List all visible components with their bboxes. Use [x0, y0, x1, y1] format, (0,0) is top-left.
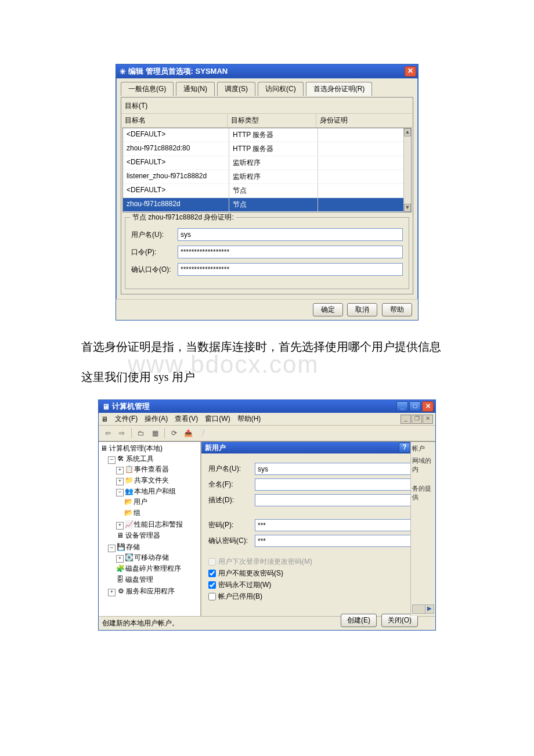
- chk-cannot-change-box[interactable]: [208, 570, 216, 577]
- minimize-icon[interactable]: _: [396, 401, 408, 412]
- mdi-close-icon[interactable]: ✕: [423, 415, 433, 424]
- tree-local-users[interactable]: 本地用户和组: [134, 487, 176, 495]
- mdi-restore-icon[interactable]: ❐: [412, 415, 422, 424]
- back-icon[interactable]: ⇦: [102, 427, 114, 439]
- scroll-down-icon[interactable]: ▼: [404, 204, 411, 212]
- chk-cannot-change[interactable]: 用户不能更改密码(S): [208, 568, 418, 578]
- paragraph-2: 这里我们使用 sys 用户: [58, 366, 476, 388]
- chk-must-change: 用户下次登录时须更改密码(M): [208, 557, 418, 567]
- tree-performance[interactable]: 性能日志和警报: [134, 520, 183, 528]
- tree-event-viewer[interactable]: 事件查看器: [134, 465, 169, 473]
- expand-icon[interactable]: +: [116, 555, 124, 563]
- close-icon[interactable]: ✕: [422, 401, 434, 412]
- create-button[interactable]: 创建(E): [341, 614, 377, 627]
- chk-disabled[interactable]: 帐户已停用(B): [208, 592, 418, 602]
- close-icon[interactable]: ✕: [405, 66, 416, 77]
- menubar: 🖥 文件(F) 操作(A) 查看(V) 窗口(W) 帮助(H) _ ❐ ✕: [99, 413, 435, 426]
- chk-never-expire-box[interactable]: [208, 581, 216, 589]
- up-icon[interactable]: 🗀: [135, 427, 147, 439]
- collapse-icon[interactable]: −: [116, 489, 124, 496]
- perf-icon: 📈: [125, 520, 133, 528]
- nu-password-input[interactable]: [255, 519, 418, 531]
- nav-tree[interactable]: 🖥计算机管理(本地) −🛠系统工具 +📋事件查看器 +📁共享文件夹 −👥本地用户…: [99, 442, 201, 616]
- help-button[interactable]: 帮助: [382, 303, 412, 316]
- menu-view[interactable]: 查看(V): [175, 414, 198, 424]
- confirm-password-input[interactable]: [178, 263, 403, 276]
- window-titlebar: 🖥 计算机管理 _ □ ✕: [99, 400, 435, 413]
- export-icon[interactable]: 📤: [182, 427, 194, 439]
- expand-icon[interactable]: +: [116, 522, 124, 530]
- table-row[interactable]: zhou-f971c8882d:80 HTTP 服务器: [123, 142, 411, 156]
- nu-description-input[interactable]: [255, 494, 418, 506]
- username-input[interactable]: [178, 228, 403, 241]
- password-label: 口令(P):: [131, 247, 178, 257]
- toolbar: ⇦ ⇨ 🗀 ▦ ⟳ 📤 ❔: [99, 426, 435, 441]
- chk-disabled-box[interactable]: [208, 593, 216, 600]
- nu-fullname-input[interactable]: [255, 478, 418, 491]
- tools-icon: 🛠: [117, 455, 125, 463]
- maximize-icon[interactable]: □: [409, 401, 421, 412]
- menu-window[interactable]: 窗口(W): [205, 414, 230, 424]
- table-row[interactable]: <DEFAULT> 监听程序: [123, 156, 411, 170]
- tree-services[interactable]: 服务和应用程序: [126, 587, 175, 595]
- table-row-selected[interactable]: zhou-f971c8882d 节点: [123, 198, 411, 212]
- ok-button[interactable]: 确定: [313, 303, 343, 316]
- scroll-right-icon[interactable]: ▶: [425, 605, 434, 613]
- col-credentials: 身份证明: [316, 114, 413, 127]
- tree-groups[interactable]: 组: [134, 509, 140, 517]
- table-row[interactable]: <DEFAULT> HTTP 服务器: [123, 128, 411, 142]
- tree-users[interactable]: 用户: [134, 498, 147, 506]
- cancel-button[interactable]: 取消: [347, 303, 377, 316]
- tree-system-tools[interactable]: 系统工具: [126, 455, 154, 463]
- tree-disk-mgmt[interactable]: 磁盘管理: [125, 575, 153, 584]
- col-target-type: 目标类型: [228, 114, 316, 127]
- tab-credentials[interactable]: 首选身份证明(R): [306, 82, 373, 96]
- menu-file[interactable]: 文件(F): [115, 414, 138, 424]
- nu-confirm-password-label: 确认密码(C):: [208, 536, 255, 546]
- help-icon[interactable]: ❔: [196, 427, 208, 439]
- side-text-2: 网域的内: [412, 456, 434, 474]
- scrollbar[interactable]: ▲ ▼: [403, 128, 411, 212]
- table-row[interactable]: <DEFAULT> 节点: [123, 184, 411, 198]
- horizontal-scrollbar[interactable]: ▶: [412, 604, 434, 614]
- expand-icon[interactable]: +: [116, 478, 124, 485]
- password-input[interactable]: [178, 246, 403, 258]
- tree-storage[interactable]: 存储: [126, 543, 140, 551]
- expand-icon[interactable]: +: [116, 467, 124, 474]
- target-table: <DEFAULT> HTTP 服务器 zhou-f971c8882d:80 HT…: [122, 128, 412, 213]
- folder-icon: 📂: [124, 509, 132, 517]
- forward-icon[interactable]: ⇨: [116, 427, 128, 439]
- tree-device-manager[interactable]: 设备管理器: [125, 531, 160, 539]
- tree-root[interactable]: 计算机管理(本地): [109, 444, 163, 452]
- users-group-icon: 👥: [125, 487, 133, 495]
- side-text-3: 务的提供: [412, 484, 434, 502]
- refresh-icon[interactable]: ⟳: [168, 427, 180, 439]
- tab-notify[interactable]: 通知(N): [176, 82, 215, 96]
- tree-defrag[interactable]: 磁盘碎片整理程序: [125, 564, 181, 573]
- tree-shared-folders[interactable]: 共享文件夹: [134, 476, 169, 484]
- tab-access[interactable]: 访问权(C): [258, 82, 304, 96]
- tab-schedule[interactable]: 调度(S): [217, 82, 255, 96]
- computer-icon: 🖥: [100, 444, 108, 452]
- tab-general[interactable]: 一般信息(G): [121, 82, 174, 96]
- menu-action[interactable]: 操作(A): [145, 414, 168, 424]
- col-target-name: 目标名: [121, 114, 228, 127]
- views-icon[interactable]: ▦: [149, 427, 161, 439]
- collapse-icon[interactable]: −: [108, 545, 116, 552]
- target-label: 目标(T): [121, 100, 413, 113]
- scroll-up-icon[interactable]: ▲: [404, 128, 411, 136]
- chk-never-expire[interactable]: 密码永不过期(W): [208, 580, 418, 590]
- expand-icon[interactable]: +: [108, 589, 116, 596]
- collapse-icon[interactable]: −: [108, 456, 116, 464]
- mdi-window-controls: _ ❐ ✕: [400, 415, 433, 424]
- tree-removable[interactable]: 可移动存储: [134, 553, 169, 561]
- nu-confirm-password-input[interactable]: [255, 535, 418, 547]
- table-row[interactable]: listener_zhou-f971c8882d 监听程序: [123, 170, 411, 184]
- nu-username-input[interactable]: [255, 463, 418, 475]
- newuser-titlebar: 新用户 ? ✕: [201, 442, 425, 453]
- app-icon: 🖥: [102, 402, 110, 411]
- help-icon[interactable]: ?: [399, 442, 410, 453]
- menu-help[interactable]: 帮助(H): [237, 414, 261, 424]
- disk-icon: 🗄: [116, 575, 124, 584]
- mdi-minimize-icon[interactable]: _: [400, 415, 411, 424]
